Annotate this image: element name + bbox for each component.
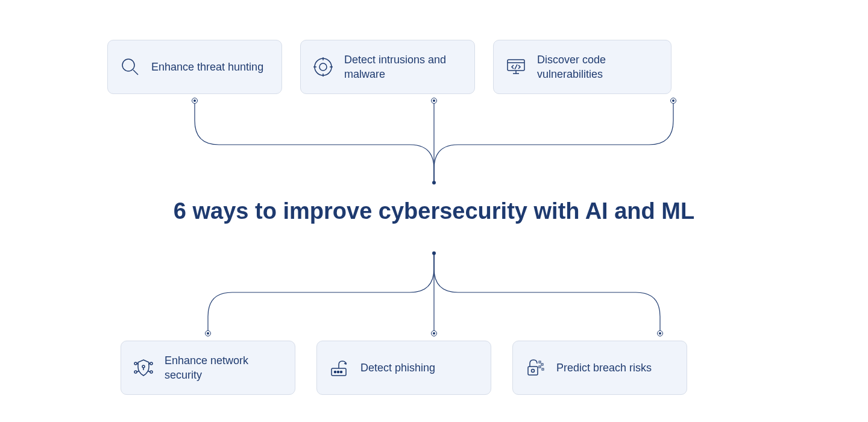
svg-point-0 <box>122 59 134 71</box>
card-label: Detect intrusions and malware <box>344 52 462 82</box>
card-label: Detect phishing <box>360 361 435 375</box>
connector-dot <box>431 98 437 104</box>
svg-rect-32 <box>542 368 544 370</box>
magnifier-icon <box>120 57 140 77</box>
svg-rect-8 <box>508 60 524 71</box>
connector-end-dot <box>432 251 436 255</box>
card-label: Enhance network security <box>165 353 283 383</box>
connector-dot <box>657 330 663 336</box>
svg-rect-27 <box>528 367 538 375</box>
target-bug-icon <box>313 57 333 77</box>
phishing-icon <box>329 357 350 378</box>
svg-line-20 <box>148 364 150 364</box>
card-detect-intrusions-malware: Detect intrusions and malware <box>300 40 475 94</box>
connector-dot <box>431 330 437 336</box>
connector-end-dot <box>432 181 436 184</box>
connector-dot <box>192 98 198 104</box>
svg-point-26 <box>341 371 342 373</box>
svg-point-17 <box>134 371 137 373</box>
svg-point-15 <box>134 362 137 365</box>
svg-line-19 <box>137 364 139 364</box>
card-enhance-threat-hunting: Enhance threat hunting <box>107 40 282 94</box>
svg-rect-29 <box>539 361 541 363</box>
svg-rect-30 <box>541 364 543 365</box>
svg-point-28 <box>532 370 535 373</box>
connector-dot <box>670 98 676 104</box>
card-label: Enhance threat hunting <box>151 60 263 74</box>
code-monitor-icon <box>506 57 526 77</box>
card-discover-code-vulnerabilities: Discover code vulnerabilities <box>493 40 671 94</box>
svg-point-16 <box>150 362 153 365</box>
svg-line-1 <box>133 70 138 75</box>
diagram-title: 6 ways to improve cybersecurity with AI … <box>174 198 694 224</box>
diagram-container: Enhance threat hunting Detect intrusions… <box>0 0 868 422</box>
svg-rect-31 <box>539 366 541 368</box>
unlock-risk-icon <box>525 357 546 378</box>
card-label: Predict breach risks <box>556 361 652 375</box>
shield-network-icon <box>133 357 154 378</box>
card-predict-breach-risks: Predict breach risks <box>512 341 687 395</box>
card-label: Discover code vulnerabilities <box>537 52 659 82</box>
connector-dot <box>205 330 211 336</box>
svg-line-10 <box>515 65 517 69</box>
card-enhance-network-security: Enhance network security <box>121 341 295 395</box>
svg-point-2 <box>315 58 332 75</box>
card-detect-phishing: Detect phishing <box>316 341 491 395</box>
svg-point-18 <box>150 371 153 373</box>
svg-point-3 <box>319 63 327 71</box>
svg-point-24 <box>335 371 336 373</box>
svg-point-25 <box>338 371 339 373</box>
svg-point-13 <box>142 365 145 368</box>
